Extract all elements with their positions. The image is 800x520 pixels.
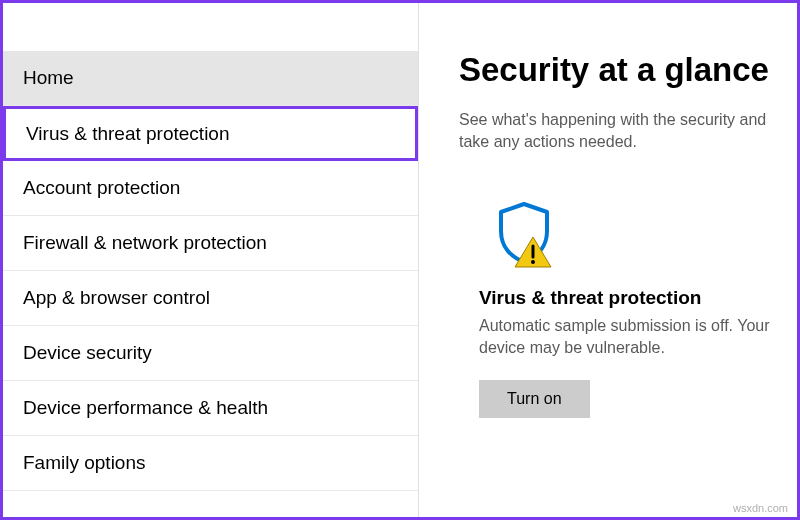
- sidebar-item-family-options[interactable]: Family options: [3, 436, 418, 491]
- sidebar-item-account-protection[interactable]: Account protection: [3, 161, 418, 216]
- sidebar-item-virus-threat[interactable]: Virus & threat protection: [3, 106, 418, 161]
- page-title: Security at a glance: [459, 51, 797, 89]
- watermark: wsxdn.com: [733, 502, 788, 514]
- sidebar-item-app-browser[interactable]: App & browser control: [3, 271, 418, 326]
- sidebar-item-device-security[interactable]: Device security: [3, 326, 418, 381]
- sidebar-item-label: Account protection: [23, 177, 180, 199]
- sidebar-item-label: Device security: [23, 342, 152, 364]
- page-subtitle: See what's happening with the security a…: [459, 109, 797, 154]
- sidebar-item-label: App & browser control: [23, 287, 210, 309]
- sidebar-item-firewall[interactable]: Firewall & network protection: [3, 216, 418, 271]
- card-description: Automatic sample submission is off. Your…: [479, 315, 797, 360]
- card-title: Virus & threat protection: [479, 287, 701, 309]
- sidebar-item-label: Device performance & health: [23, 397, 268, 419]
- sidebar-item-label: Family options: [23, 452, 146, 474]
- svg-point-1: [531, 260, 535, 264]
- main-content: Security at a glance See what's happenin…: [418, 3, 797, 517]
- virus-threat-card: Virus & threat protection Automatic samp…: [459, 199, 797, 418]
- turn-on-button[interactable]: Turn on: [479, 380, 590, 418]
- sidebar-item-label: Virus & threat protection: [26, 123, 229, 145]
- sidebar: Home Virus & threat protection Account p…: [3, 3, 418, 517]
- shield-warning-icon: [489, 199, 559, 269]
- sidebar-item-home[interactable]: Home: [3, 51, 418, 106]
- sidebar-item-label: Home: [23, 67, 74, 89]
- sidebar-item-label: Firewall & network protection: [23, 232, 267, 254]
- sidebar-item-device-performance[interactable]: Device performance & health: [3, 381, 418, 436]
